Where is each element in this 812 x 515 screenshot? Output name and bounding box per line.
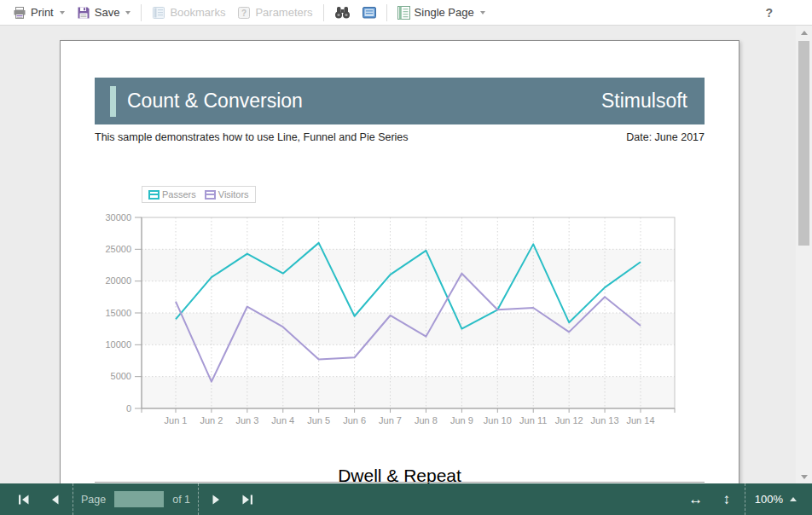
bookmarks-icon [152, 6, 165, 20]
first-page-button[interactable] [9, 483, 39, 515]
svg-text:?: ? [241, 8, 246, 17]
report-title: Count & Conversion [127, 90, 601, 113]
passers-series-swatch [148, 190, 160, 200]
report-subtitle: This sample demonstrates how to use Line… [95, 131, 409, 143]
svg-text:Jun 1: Jun 1 [165, 415, 188, 425]
parameters-button[interactable]: ? Parameters [231, 4, 318, 21]
svg-text:Jun 8: Jun 8 [415, 415, 438, 425]
statusbar-separator [745, 483, 745, 515]
svg-text:Jun 13: Jun 13 [591, 415, 619, 425]
parameters-icon: ? [237, 6, 251, 20]
svg-text:Jun 14: Jun 14 [626, 415, 654, 425]
svg-text:0: 0 [126, 403, 131, 414]
single-page-icon [397, 6, 410, 20]
banner-accent-bar [110, 86, 116, 117]
save-label: Save [95, 6, 120, 19]
svg-text:5000: 5000 [111, 371, 131, 381]
save-icon [77, 6, 90, 20]
fit-width-icon: ↔ [688, 491, 703, 508]
brand-label: Stimulsoft [601, 90, 687, 113]
svg-text:Jun 7: Jun 7 [379, 415, 402, 425]
svg-text:Jun 5: Jun 5 [307, 415, 330, 425]
next-page-icon [212, 495, 222, 505]
zoom-caret-icon [790, 497, 797, 501]
monitor-icon [362, 7, 376, 19]
previous-page-button[interactable] [39, 483, 70, 515]
legend-label: Passers [162, 189, 196, 200]
svg-text:Jun 3: Jun 3 [235, 415, 258, 425]
zoom-dropdown[interactable]: 100% [748, 493, 803, 506]
report-viewer-area: Count & Conversion Stimulsoft This sampl… [0, 26, 812, 483]
toolbar-separator [141, 4, 142, 21]
svg-text:Jun 2: Jun 2 [200, 415, 223, 425]
report-subtitle-row: This sample demonstrates how to use Line… [95, 131, 705, 143]
toolbar-separator [323, 4, 324, 21]
scroll-down-button[interactable] [796, 470, 812, 483]
view-mode-label: Single Page [415, 6, 474, 19]
statusbar-separator [198, 483, 199, 515]
svg-text:Jun 10: Jun 10 [484, 415, 512, 425]
toolbar-separator [386, 4, 387, 21]
page-label: Page [81, 494, 106, 506]
svg-text:Jun 4: Jun 4 [271, 415, 294, 425]
scroll-down-icon [801, 475, 808, 479]
save-button[interactable]: Save [71, 4, 137, 21]
svg-text:30000: 30000 [105, 212, 131, 223]
chart-legend: Passers Visitors [142, 186, 256, 203]
fullscreen-button[interactable] [357, 5, 382, 20]
fit-height-button[interactable]: ↕ [711, 483, 742, 515]
statusbar-right-group: ↔ ↕ 100% [681, 483, 803, 515]
last-page-button[interactable] [232, 483, 263, 515]
svg-text:Jun 9: Jun 9 [450, 415, 473, 425]
legend-label: Visitors [218, 189, 249, 200]
zoom-value: 100% [755, 493, 783, 506]
save-caret-icon [125, 11, 130, 14]
last-page-icon [241, 495, 253, 505]
scrollbar-thumb[interactable] [798, 41, 809, 246]
line-chart: 050001000015000200002500030000Jun 1Jun 2… [105, 211, 702, 435]
report-page: Count & Conversion Stimulsoft This sampl… [60, 40, 740, 483]
legend-item-passers: Passers [148, 189, 196, 200]
view-mode-caret-icon [480, 11, 485, 14]
page-of-label: of 1 [172, 494, 190, 506]
legend-item-visitors: Visitors [205, 189, 249, 200]
svg-text:Jun 6: Jun 6 [343, 415, 366, 425]
statusbar-separator [72, 483, 73, 515]
section-divider [95, 482, 705, 483]
svg-text:15000: 15000 [105, 308, 131, 318]
toolbar: Print Save Bookmarks ? Parameters [0, 0, 812, 26]
report-date: Date: June 2017 [626, 131, 705, 143]
svg-text:10000: 10000 [105, 339, 131, 350]
print-label: Print [31, 6, 54, 19]
report-banner: Count & Conversion Stimulsoft [95, 78, 705, 124]
next-page-button[interactable] [201, 483, 232, 515]
status-bar: Page of 1 ↔ ↕ 100% [0, 483, 812, 515]
print-button[interactable]: Print [7, 4, 71, 21]
previous-page-icon [49, 495, 60, 505]
fit-width-button[interactable]: ↔ [681, 483, 711, 515]
help-button[interactable]: ? [765, 6, 773, 20]
visitors-series-swatch [205, 190, 216, 200]
svg-text:25000: 25000 [105, 244, 131, 254]
page-number-input[interactable] [114, 491, 164, 507]
bookmarks-label: Bookmarks [170, 6, 225, 19]
svg-text:Jun 11: Jun 11 [519, 415, 547, 425]
scroll-up-button[interactable] [796, 26, 812, 39]
parameters-label: Parameters [255, 6, 312, 19]
view-mode-button[interactable]: Single Page [392, 4, 491, 21]
vertical-scrollbar[interactable] [796, 26, 812, 483]
binoculars-icon [334, 6, 351, 19]
svg-text:Jun 12: Jun 12 [555, 415, 583, 425]
fit-height-icon: ↕ [723, 491, 731, 508]
first-page-icon [18, 495, 30, 505]
find-button[interactable] [328, 4, 357, 20]
scroll-up-icon [801, 31, 808, 35]
bookmarks-button[interactable]: Bookmarks [146, 4, 231, 21]
svg-text:20000: 20000 [105, 275, 131, 286]
next-section-title: Dwell & Repeat [61, 466, 739, 483]
print-caret-icon [60, 11, 65, 14]
printer-icon [13, 6, 26, 20]
